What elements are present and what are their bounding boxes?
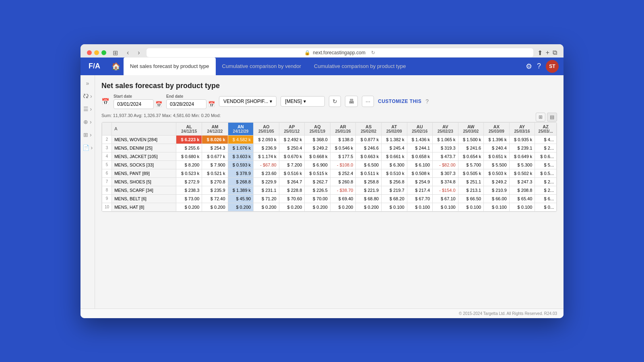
grid-view-button[interactable]: ⊞ [536,113,545,121]
cell-al[interactable]: $ 0.680 k [176,152,202,160]
cell-ax[interactable]: $ 66.00 [484,194,510,203]
cell-al[interactable]: $ 73.00 [176,194,202,203]
cell-am[interactable]: $ 254.3 [202,144,228,152]
cell-at[interactable]: $ 245.4 [381,144,407,152]
cell-au[interactable]: $ 0.508 k [407,169,433,177]
cell-ap[interactable]: $ 0.516 k [279,169,305,177]
cell-aw[interactable]: $ 251.1 [458,177,484,186]
col-header-AP[interactable]: AP 25/01/12 [279,122,305,135]
cell-az[interactable]: $ 4... [535,135,557,144]
cell-ax[interactable]: $ 1.396 k [484,135,510,144]
cell-ar[interactable]: - $108.0 [330,160,356,169]
cell-ao[interactable]: $ 229.9 [254,177,279,186]
sidebar-toggle-icon[interactable]: ⊞ [110,48,120,58]
tab-net-sales[interactable]: Net sales forecast by product type [124,58,216,75]
end-date-input[interactable] [166,99,206,109]
cell-ap[interactable]: $ 0.200 [279,203,305,211]
refresh-button[interactable]: ↻ [329,96,341,107]
customize-button[interactable]: CUSTOMIZE THIS [378,99,421,104]
cell-an[interactable]: $ 45.90 [228,194,254,203]
tab-vendor[interactable]: Cumulative comparison by vendor [216,58,308,75]
cell-az[interactable]: $ 2... [535,177,557,186]
cell-at[interactable]: $ 256.8 [381,177,407,186]
cell-al[interactable]: $ 6.223 k [176,135,202,144]
cell-an[interactable]: $ 268.8 [228,177,254,186]
cell-az[interactable]: $ 2... [535,186,557,194]
cell-au[interactable]: $ 67.70 [407,194,433,203]
cell-as[interactable]: $ 258.8 [356,177,382,186]
forward-button[interactable]: › [135,48,142,57]
cell-aw[interactable]: $ 1.500 k [458,135,484,144]
cell-ay[interactable]: $ 0.502 k [509,169,535,177]
more-options-button[interactable]: ··· [362,96,374,107]
cell-ao[interactable]: $ 71.20 [254,194,279,203]
cell-al[interactable]: $ 255.6 [176,144,202,152]
cell-au[interactable]: $ 244.1 [407,144,433,152]
col-header-AU[interactable]: AU 25/02/16 [407,122,433,135]
cell-ax[interactable]: $ 0.100 [484,203,510,211]
cell-az[interactable]: $ 5... [535,160,557,169]
cell-au[interactable]: $ 0.100 [407,203,433,211]
cell-ay[interactable]: $ 65.40 [509,194,535,203]
cell-az[interactable]: $ 0.5... [535,169,557,177]
cell-az[interactable]: $ 2... [535,144,557,152]
cell-av[interactable]: $ 307.3 [433,169,458,177]
cell-at[interactable]: $ 1.382 k [381,135,407,144]
cell-as[interactable]: $ 6.500 [356,160,382,169]
cell-an[interactable]: $ 0.200 [228,203,254,211]
start-date-calendar-icon[interactable]: 📅 [155,101,162,107]
product-name[interactable]: MENS, WOVEN [284] [112,135,176,144]
cell-aw[interactable]: $ 0.505 k [458,169,484,177]
cell-am[interactable]: $ 235.9 [202,186,228,194]
cell-ar[interactable]: - $38.70 [330,186,356,194]
cell-at[interactable]: $ 0.510 k [381,169,407,177]
vendor-dropdown[interactable]: VENDOR [SHOPIF... ▾ [219,96,277,107]
cell-ar[interactable]: $ 252.4 [330,169,356,177]
cell-aw[interactable]: $ 0.100 [458,203,484,211]
cell-am[interactable]: $ 7.900 [202,160,228,169]
cell-ao[interactable]: $ 23.60 [254,169,279,177]
cell-ao[interactable]: $ 231.1 [254,186,279,194]
cell-ap[interactable]: $ 0.670 k [279,152,305,160]
table-view-button[interactable]: ▤ [547,113,557,121]
cell-am[interactable]: $ 0.521 k [202,169,228,177]
cell-as[interactable]: $ 0.877 k [356,135,382,144]
cell-ax[interactable]: $ 249.2 [484,177,510,186]
cell-an[interactable]: $ 378.9 [228,169,254,177]
col-header-AN[interactable]: AN 24/12/29 [228,122,254,135]
cell-am[interactable]: $ 270.8 [202,177,228,186]
product-name[interactable]: MENS, HAT [8] [112,203,176,211]
sidebar-item-2[interactable]: ☰ › [82,104,94,114]
cell-am[interactable]: $ 72.40 [202,194,228,203]
cell-ap[interactable]: $ 250.4 [279,144,305,152]
col-header-AY[interactable]: AY 25/03/16 [509,122,535,135]
cell-av[interactable]: $ 374.8 [433,177,458,186]
cell-az[interactable]: $ 6... [535,194,557,203]
product-dropdown[interactable]: [MENS] ▾ [281,96,325,107]
cell-av[interactable]: $ 67.10 [433,194,458,203]
cell-aq[interactable]: $ 262.7 [305,177,330,186]
col-header-AR[interactable]: AR 25/01/26 [330,122,356,135]
help-icon[interactable]: ? [537,62,541,70]
cell-av[interactable]: $ 319.3 [433,144,458,152]
cell-ay[interactable]: $ 5.300 [509,160,535,169]
product-name[interactable]: MENS, SCARF [34] [112,186,176,194]
end-date-calendar-icon[interactable]: 📅 [208,101,215,107]
sidebar-item-1[interactable]: 🗘 › [81,91,94,101]
col-header-AW[interactable]: AW 25/03/02 [458,122,484,135]
cell-ax[interactable]: $ 5.500 [484,160,510,169]
cell-ao[interactable]: - $67.80 [254,160,279,169]
cell-as[interactable]: $ 246.6 [356,144,382,152]
cell-az[interactable]: $ 0.6... [535,152,557,160]
cell-ax[interactable]: $ 240.4 [484,144,510,152]
product-name[interactable]: MENS, SHOES [5] [112,177,176,186]
cell-at[interactable]: $ 219.7 [381,186,407,194]
cell-au[interactable]: $ 254.9 [407,177,433,186]
product-name[interactable]: MENS, BELT [6] [112,194,176,203]
cell-am[interactable]: $ 0.677 k [202,152,228,160]
cell-ap[interactable]: $ 264.7 [279,177,305,186]
tab-product-type[interactable]: Cumulative comparison by product type [308,58,412,75]
cell-av[interactable]: $ 473.7 [433,152,458,160]
cell-as[interactable]: $ 0.200 [356,203,382,211]
col-header-AV[interactable]: AV 25/02/23 [433,122,458,135]
